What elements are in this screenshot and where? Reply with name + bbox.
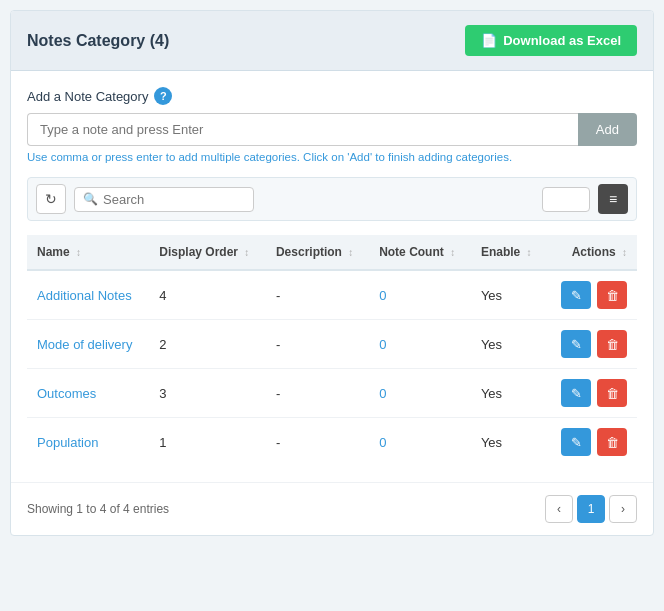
add-button[interactable]: Add <box>578 113 637 146</box>
next-page-button[interactable]: › <box>609 495 637 523</box>
excel-icon: 📄 <box>481 33 497 48</box>
sort-actions-icon[interactable]: ↕ <box>622 247 627 258</box>
cell-name: Outcomes <box>27 369 149 418</box>
card-body: Add a Note Category ? Add Use comma or p… <box>11 71 653 482</box>
edit-button[interactable]: ✎ <box>561 281 591 309</box>
main-card: Notes Category (4) 📄 Download as Excel A… <box>10 10 654 536</box>
table-row: Outcomes 3 - 0 Yes ✎ 🗑 <box>27 369 637 418</box>
prev-page-button[interactable]: ‹ <box>545 495 573 523</box>
cell-description: - <box>266 270 369 320</box>
card-header: Notes Category (4) 📄 Download as Excel <box>11 11 653 71</box>
edit-button[interactable]: ✎ <box>561 379 591 407</box>
sort-enable-icon[interactable]: ↕ <box>527 247 532 258</box>
download-excel-button[interactable]: 📄 Download as Excel <box>465 25 637 56</box>
table-row: Additional Notes 4 - 0 Yes ✎ 🗑 <box>27 270 637 320</box>
add-label: Add a Note Category ? <box>27 87 637 105</box>
col-enable: Enable ↕ <box>471 235 546 270</box>
page-size-input[interactable]: 25 <box>542 187 590 212</box>
cell-display-order: 1 <box>149 418 266 467</box>
sort-order-icon[interactable]: ↕ <box>244 247 249 258</box>
cell-actions: ✎ 🗑 <box>546 369 637 418</box>
cell-actions: ✎ 🗑 <box>546 418 637 467</box>
edit-button[interactable]: ✎ <box>561 330 591 358</box>
delete-button[interactable]: 🗑 <box>597 281 627 309</box>
edit-button[interactable]: ✎ <box>561 428 591 456</box>
page-1-button[interactable]: 1 <box>577 495 605 523</box>
cell-description: - <box>266 418 369 467</box>
cell-display-order: 3 <box>149 369 266 418</box>
delete-button[interactable]: 🗑 <box>597 428 627 456</box>
cell-actions: ✎ 🗑 <box>546 270 637 320</box>
cell-enable: Yes <box>471 369 546 418</box>
input-row: Add <box>27 113 637 146</box>
col-actions: Actions ↕ <box>546 235 637 270</box>
cell-name: Mode of delivery <box>27 320 149 369</box>
sort-count-icon[interactable]: ↕ <box>450 247 455 258</box>
toolbar: ↻ 🔍 25 ≡ <box>27 177 637 221</box>
cell-actions: ✎ 🗑 <box>546 320 637 369</box>
cell-display-order: 4 <box>149 270 266 320</box>
cell-note-count: 0 <box>369 369 471 418</box>
sort-desc-icon[interactable]: ↕ <box>348 247 353 258</box>
table-row: Mode of delivery 2 - 0 Yes ✎ 🗑 <box>27 320 637 369</box>
sort-name-icon[interactable]: ↕ <box>76 247 81 258</box>
cell-note-count: 0 <box>369 270 471 320</box>
delete-button[interactable]: 🗑 <box>597 379 627 407</box>
columns-button[interactable]: ≡ <box>598 184 628 214</box>
col-name: Name ↕ <box>27 235 149 270</box>
cell-display-order: 2 <box>149 320 266 369</box>
showing-text: Showing 1 to 4 of 4 entries <box>27 502 169 516</box>
hint-text: Use comma or press enter to add multiple… <box>27 151 637 163</box>
table-header-row: Name ↕ Display Order ↕ Description ↕ Not… <box>27 235 637 270</box>
cell-note-count: 0 <box>369 320 471 369</box>
refresh-button[interactable]: ↻ <box>36 184 66 214</box>
note-input[interactable] <box>27 113 578 146</box>
table-row: Population 1 - 0 Yes ✎ 🗑 <box>27 418 637 467</box>
cell-note-count: 0 <box>369 418 471 467</box>
columns-icon: ≡ <box>609 191 617 207</box>
cell-description: - <box>266 320 369 369</box>
data-table: Name ↕ Display Order ↕ Description ↕ Not… <box>27 235 637 466</box>
table-body: Additional Notes 4 - 0 Yes ✎ 🗑 Mode of d… <box>27 270 637 466</box>
search-icon: 🔍 <box>83 192 98 206</box>
cell-name: Additional Notes <box>27 270 149 320</box>
table-footer: Showing 1 to 4 of 4 entries ‹ 1 › <box>11 482 653 535</box>
help-icon[interactable]: ? <box>154 87 172 105</box>
col-description: Description ↕ <box>266 235 369 270</box>
refresh-icon: ↻ <box>45 191 57 207</box>
search-box: 🔍 <box>74 187 254 212</box>
cell-enable: Yes <box>471 270 546 320</box>
col-note-count: Note Count ↕ <box>369 235 471 270</box>
cell-enable: Yes <box>471 418 546 467</box>
col-display-order: Display Order ↕ <box>149 235 266 270</box>
cell-description: - <box>266 369 369 418</box>
pagination: ‹ 1 › <box>545 495 637 523</box>
cell-enable: Yes <box>471 320 546 369</box>
add-section: Add a Note Category ? Add Use comma or p… <box>27 87 637 163</box>
search-input[interactable] <box>103 192 245 207</box>
delete-button[interactable]: 🗑 <box>597 330 627 358</box>
cell-name: Population <box>27 418 149 467</box>
page-title: Notes Category (4) <box>27 32 169 50</box>
